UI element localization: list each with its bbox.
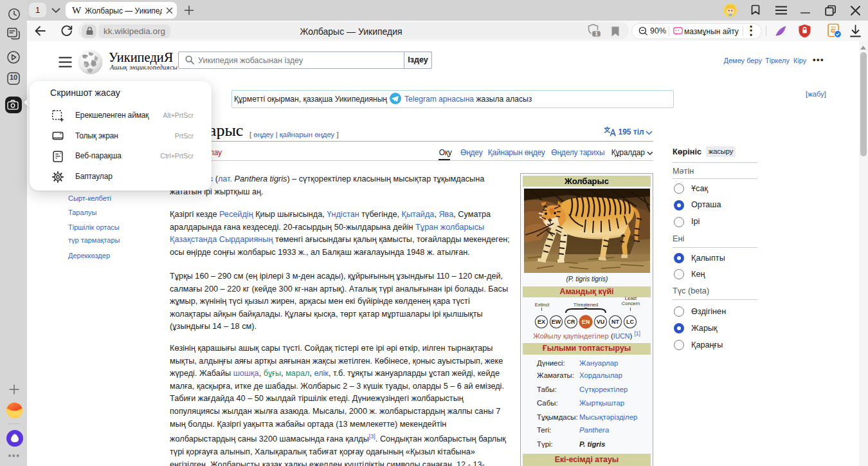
svg-text:VU: VU [597, 319, 605, 325]
svg-text:W: W [86, 56, 89, 59]
svg-text:EX: EX [538, 319, 545, 325]
svg-text:LC: LC [626, 319, 634, 325]
svg-text:И: И [92, 55, 95, 58]
svg-text:CR: CR [567, 319, 575, 325]
svg-text:EN: EN [582, 319, 590, 325]
svg-text:EW: EW [552, 319, 561, 325]
svg-text:Ω: Ω [84, 63, 86, 66]
svg-text:1: 1 [595, 30, 598, 37]
svg-text:NT: NT [611, 319, 619, 325]
